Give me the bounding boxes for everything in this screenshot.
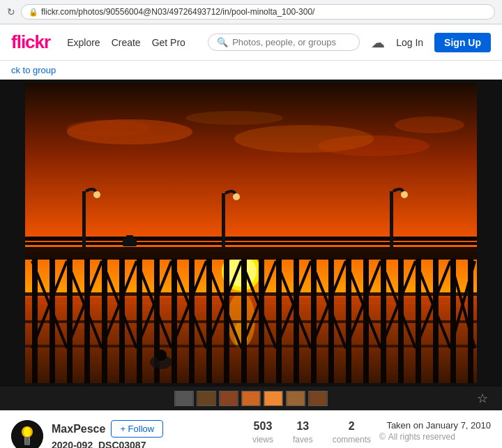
upload-button[interactable]: ☁ [371, 34, 385, 51]
svg-rect-96 [287, 391, 304, 405]
svg-rect-80 [25, 345, 477, 348]
lock-icon: 🔒 [29, 8, 38, 17]
photo-meta: MaxPesce + Follow 2020-092_DSC03087 Pict… [52, 420, 244, 448]
back-to-group-link[interactable]: ck to group [0, 61, 502, 80]
svg-rect-88 [126, 235, 133, 241]
comments-label: comments [333, 435, 371, 445]
thumbnail-strip: ☆ [0, 387, 502, 410]
photo-info: PRO MaxPesce + Follow 2020-092_DSC03087 … [0, 410, 502, 448]
search-icon: 🔍 [217, 37, 228, 47]
nav-create[interactable]: Create [112, 37, 141, 48]
svg-point-7 [395, 117, 464, 133]
flickr-logo[interactable]: flickr [11, 31, 50, 53]
svg-point-82 [93, 191, 100, 198]
star-button[interactable]: ☆ [477, 391, 488, 406]
photo-stats: 503 views 13 faves 2 comments [252, 420, 371, 445]
photo-area [25, 83, 477, 383]
faves-label: faves [293, 435, 313, 445]
faves-count: 13 [293, 420, 313, 433]
comments-count: 2 [333, 420, 371, 433]
thumbnail-6[interactable] [286, 391, 305, 406]
user-row: MaxPesce + Follow [52, 420, 244, 438]
views-label: views [252, 435, 273, 445]
svg-rect-95 [264, 391, 282, 405]
photo-container [0, 80, 502, 387]
nav-explore[interactable]: Explore [67, 37, 100, 48]
thumbnail-2[interactable] [197, 391, 216, 406]
svg-rect-24 [25, 237, 477, 241]
svg-point-90 [155, 350, 167, 361]
follow-button[interactable]: + Follow [111, 420, 163, 438]
copyright-icon: © [379, 432, 386, 442]
views-count: 503 [252, 420, 273, 433]
rights-text: All rights reserved [388, 432, 455, 442]
navbar: flickr Explore Create Get Pro 🔍 ☁ Log In… [0, 24, 502, 61]
thumbnail-3[interactable] [219, 391, 238, 406]
svg-rect-20 [25, 248, 477, 250]
svg-rect-92 [197, 391, 215, 405]
svg-rect-16 [25, 341, 477, 342]
search-input[interactable] [232, 37, 351, 47]
svg-point-84 [233, 193, 240, 200]
svg-rect-11 [25, 296, 477, 297]
svg-rect-94 [242, 391, 259, 405]
svg-rect-79 [25, 320, 477, 323]
views-stat: 503 views [252, 420, 273, 445]
thumbnail-5[interactable] [264, 391, 283, 406]
login-button[interactable]: Log In [396, 37, 423, 48]
svg-rect-25 [25, 242, 477, 245]
taken-date: Taken on January 7, 2010 [379, 420, 491, 431]
comments-stat: 2 comments [333, 420, 371, 445]
thumbnail-4[interactable] [241, 391, 261, 406]
reload-button[interactable]: ↻ [7, 6, 15, 17]
svg-rect-93 [220, 391, 237, 405]
svg-rect-91 [175, 391, 192, 405]
svg-point-5 [67, 120, 151, 137]
thumbnail-1[interactable] [174, 391, 194, 406]
nav-get-pro[interactable]: Get Pro [152, 37, 185, 48]
svg-point-86 [401, 191, 408, 198]
svg-rect-81 [82, 191, 86, 248]
svg-point-8 [185, 111, 283, 125]
address-bar[interactable]: 🔒 flickr.com/photos/90556004@N03/4972649… [21, 4, 495, 20]
svg-point-100 [24, 427, 31, 437]
search-box[interactable]: 🔍 [208, 33, 360, 51]
svg-rect-78 [25, 292, 477, 296]
user-avatar [11, 420, 43, 448]
back-link-text[interactable]: ck to group [0, 61, 67, 80]
thumbnail-7[interactable] [308, 391, 328, 406]
svg-rect-22 [25, 253, 477, 254]
photo-image [25, 83, 477, 383]
url-text: flickr.com/photos/90556004@N03/497264937… [41, 7, 314, 17]
svg-rect-85 [390, 191, 393, 248]
svg-rect-23 [25, 255, 477, 256]
browser-chrome: ↻ 🔒 flickr.com/photos/90556004@N03/49726… [0, 0, 502, 24]
photo-title: 2020-092_DSC03087 [52, 440, 244, 448]
date-info: Taken on January 7, 2010 © All rights re… [379, 420, 491, 442]
username[interactable]: MaxPesce [52, 423, 105, 435]
faves-stat: 13 faves [293, 420, 313, 445]
svg-point-9 [234, 125, 374, 153]
svg-rect-83 [222, 193, 225, 248]
rights-info: © All rights reserved [379, 432, 491, 442]
avatar-wrap: PRO [11, 420, 43, 448]
svg-rect-21 [25, 251, 477, 252]
signup-button[interactable]: Sign Up [434, 33, 491, 52]
svg-rect-97 [309, 391, 326, 405]
